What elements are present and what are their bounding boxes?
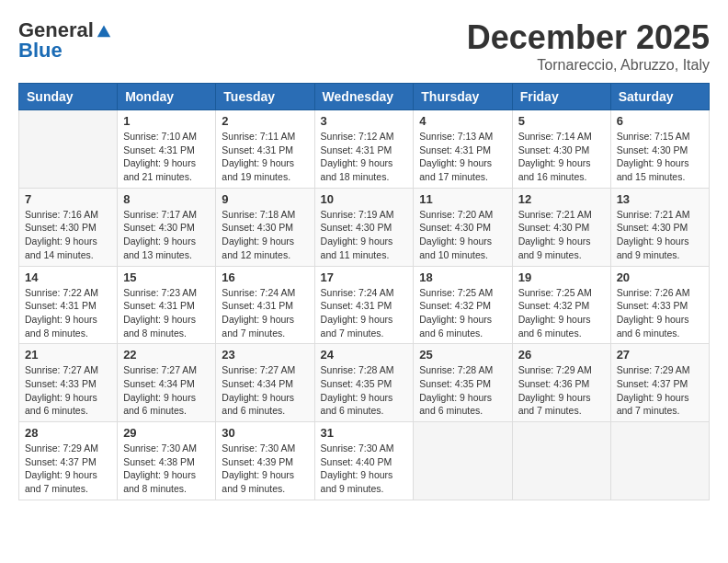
calendar-week-row: 28Sunrise: 7:29 AMSunset: 4:37 PMDayligh… bbox=[19, 422, 710, 500]
day-info: Sunrise: 7:25 AMSunset: 4:32 PMDaylight:… bbox=[419, 286, 506, 340]
calendar-cell bbox=[19, 110, 118, 189]
day-info: Sunrise: 7:12 AMSunset: 4:31 PMDaylight:… bbox=[321, 130, 408, 184]
calendar-cell: 4Sunrise: 7:13 AMSunset: 4:31 PMDaylight… bbox=[414, 110, 512, 189]
day-info: Sunrise: 7:27 AMSunset: 4:34 PMDaylight:… bbox=[123, 363, 210, 418]
calendar-cell: 15Sunrise: 7:23 AMSunset: 4:31 PMDayligh… bbox=[118, 266, 216, 344]
calendar-cell: 29Sunrise: 7:30 AMSunset: 4:38 PMDayligh… bbox=[118, 422, 216, 500]
day-number: 13 bbox=[617, 192, 703, 206]
day-info: Sunrise: 7:19 AMSunset: 4:30 PMDaylight:… bbox=[321, 208, 408, 262]
day-info: Sunrise: 7:30 AMSunset: 4:39 PMDaylight:… bbox=[222, 442, 308, 496]
day-info: Sunrise: 7:29 AMSunset: 4:37 PMDaylight:… bbox=[617, 363, 703, 418]
day-info: Sunrise: 7:28 AMSunset: 4:35 PMDaylight:… bbox=[321, 363, 408, 418]
logo: General Blue bbox=[18, 18, 112, 63]
weekday-header-tuesday: Tuesday bbox=[216, 84, 314, 110]
day-number: 27 bbox=[617, 348, 703, 362]
day-info: Sunrise: 7:17 AMSunset: 4:30 PMDaylight:… bbox=[123, 208, 210, 262]
calendar-cell: 22Sunrise: 7:27 AMSunset: 4:34 PMDayligh… bbox=[118, 344, 216, 422]
weekday-header-row: SundayMondayTuesdayWednesdayThursdayFrid… bbox=[19, 84, 710, 110]
calendar-cell: 24Sunrise: 7:28 AMSunset: 4:35 PMDayligh… bbox=[314, 344, 414, 422]
calendar-cell: 14Sunrise: 7:22 AMSunset: 4:31 PMDayligh… bbox=[19, 266, 118, 344]
calendar-cell: 11Sunrise: 7:20 AMSunset: 4:30 PMDayligh… bbox=[414, 188, 512, 266]
title-block: December 2025 Tornareccio, Abruzzo, Ital… bbox=[467, 18, 710, 74]
calendar-cell: 7Sunrise: 7:16 AMSunset: 4:30 PMDaylight… bbox=[19, 188, 118, 266]
day-info: Sunrise: 7:10 AMSunset: 4:31 PMDaylight:… bbox=[123, 130, 210, 184]
logo-icon bbox=[96, 22, 112, 39]
calendar-cell: 8Sunrise: 7:17 AMSunset: 4:30 PMDaylight… bbox=[118, 188, 216, 266]
calendar-cell: 28Sunrise: 7:29 AMSunset: 4:37 PMDayligh… bbox=[19, 422, 118, 500]
calendar-cell: 2Sunrise: 7:11 AMSunset: 4:31 PMDaylight… bbox=[216, 110, 314, 189]
day-number: 3 bbox=[321, 114, 408, 128]
day-number: 12 bbox=[518, 192, 605, 206]
day-number: 4 bbox=[419, 114, 506, 128]
calendar-cell: 19Sunrise: 7:25 AMSunset: 4:32 PMDayligh… bbox=[512, 266, 610, 344]
day-info: Sunrise: 7:30 AMSunset: 4:38 PMDaylight:… bbox=[123, 442, 210, 496]
day-info: Sunrise: 7:22 AMSunset: 4:31 PMDaylight:… bbox=[25, 286, 111, 340]
weekday-header-saturday: Saturday bbox=[610, 84, 709, 110]
calendar-cell bbox=[414, 422, 512, 500]
day-number: 26 bbox=[518, 348, 605, 362]
day-number: 21 bbox=[25, 348, 111, 362]
calendar-cell: 23Sunrise: 7:27 AMSunset: 4:34 PMDayligh… bbox=[216, 344, 314, 422]
day-info: Sunrise: 7:21 AMSunset: 4:30 PMDaylight:… bbox=[617, 208, 703, 262]
day-info: Sunrise: 7:30 AMSunset: 4:40 PMDaylight:… bbox=[321, 442, 408, 496]
calendar-cell: 30Sunrise: 7:30 AMSunset: 4:39 PMDayligh… bbox=[216, 422, 314, 500]
page-header: General Blue December 2025 Tornareccio, … bbox=[18, 18, 710, 74]
logo-blue-text: Blue bbox=[18, 39, 63, 63]
day-info: Sunrise: 7:13 AMSunset: 4:31 PMDaylight:… bbox=[419, 130, 506, 184]
day-number: 31 bbox=[321, 426, 408, 440]
calendar-cell: 20Sunrise: 7:26 AMSunset: 4:33 PMDayligh… bbox=[610, 266, 709, 344]
day-info: Sunrise: 7:14 AMSunset: 4:30 PMDaylight:… bbox=[518, 130, 605, 184]
day-number: 23 bbox=[222, 348, 308, 362]
day-number: 8 bbox=[123, 192, 210, 206]
day-info: Sunrise: 7:25 AMSunset: 4:32 PMDaylight:… bbox=[518, 286, 605, 340]
calendar-week-row: 7Sunrise: 7:16 AMSunset: 4:30 PMDaylight… bbox=[19, 188, 710, 266]
day-info: Sunrise: 7:20 AMSunset: 4:30 PMDaylight:… bbox=[419, 208, 506, 262]
day-info: Sunrise: 7:23 AMSunset: 4:31 PMDaylight:… bbox=[123, 286, 210, 340]
day-number: 10 bbox=[321, 192, 408, 206]
calendar-cell: 1Sunrise: 7:10 AMSunset: 4:31 PMDaylight… bbox=[118, 110, 216, 189]
calendar-cell: 21Sunrise: 7:27 AMSunset: 4:33 PMDayligh… bbox=[19, 344, 118, 422]
day-number: 1 bbox=[123, 114, 210, 128]
calendar-cell: 9Sunrise: 7:18 AMSunset: 4:30 PMDaylight… bbox=[216, 188, 314, 266]
calendar-table: SundayMondayTuesdayWednesdayThursdayFrid… bbox=[18, 83, 710, 500]
day-number: 2 bbox=[222, 114, 308, 128]
day-number: 15 bbox=[123, 270, 210, 284]
day-info: Sunrise: 7:16 AMSunset: 4:30 PMDaylight:… bbox=[25, 208, 111, 262]
day-number: 16 bbox=[222, 270, 308, 284]
day-info: Sunrise: 7:29 AMSunset: 4:36 PMDaylight:… bbox=[518, 363, 605, 418]
day-number: 29 bbox=[123, 426, 210, 440]
calendar-week-row: 21Sunrise: 7:27 AMSunset: 4:33 PMDayligh… bbox=[19, 344, 710, 422]
day-number: 25 bbox=[419, 348, 506, 362]
calendar-cell bbox=[512, 422, 610, 500]
calendar-cell: 5Sunrise: 7:14 AMSunset: 4:30 PMDaylight… bbox=[512, 110, 610, 189]
calendar-cell: 27Sunrise: 7:29 AMSunset: 4:37 PMDayligh… bbox=[610, 344, 709, 422]
day-number: 5 bbox=[518, 114, 605, 128]
day-info: Sunrise: 7:18 AMSunset: 4:30 PMDaylight:… bbox=[222, 208, 308, 262]
day-number: 14 bbox=[25, 270, 111, 284]
day-info: Sunrise: 7:24 AMSunset: 4:31 PMDaylight:… bbox=[222, 286, 308, 340]
day-number: 17 bbox=[321, 270, 408, 284]
day-info: Sunrise: 7:28 AMSunset: 4:35 PMDaylight:… bbox=[419, 363, 506, 418]
month-title: December 2025 bbox=[467, 18, 710, 57]
weekday-header-sunday: Sunday bbox=[19, 84, 118, 110]
day-info: Sunrise: 7:26 AMSunset: 4:33 PMDaylight:… bbox=[617, 286, 703, 340]
day-info: Sunrise: 7:27 AMSunset: 4:34 PMDaylight:… bbox=[222, 363, 308, 418]
calendar-cell: 31Sunrise: 7:30 AMSunset: 4:40 PMDayligh… bbox=[314, 422, 414, 500]
day-info: Sunrise: 7:24 AMSunset: 4:31 PMDaylight:… bbox=[321, 286, 408, 340]
day-number: 30 bbox=[222, 426, 308, 440]
day-info: Sunrise: 7:11 AMSunset: 4:31 PMDaylight:… bbox=[222, 130, 308, 184]
calendar-cell: 6Sunrise: 7:15 AMSunset: 4:30 PMDaylight… bbox=[610, 110, 709, 189]
calendar-cell: 3Sunrise: 7:12 AMSunset: 4:31 PMDaylight… bbox=[314, 110, 414, 189]
calendar-cell: 10Sunrise: 7:19 AMSunset: 4:30 PMDayligh… bbox=[314, 188, 414, 266]
calendar-cell: 17Sunrise: 7:24 AMSunset: 4:31 PMDayligh… bbox=[314, 266, 414, 344]
calendar-week-row: 1Sunrise: 7:10 AMSunset: 4:31 PMDaylight… bbox=[19, 110, 710, 189]
calendar-cell: 13Sunrise: 7:21 AMSunset: 4:30 PMDayligh… bbox=[610, 188, 709, 266]
day-info: Sunrise: 7:29 AMSunset: 4:37 PMDaylight:… bbox=[25, 442, 111, 496]
calendar-cell: 18Sunrise: 7:25 AMSunset: 4:32 PMDayligh… bbox=[414, 266, 512, 344]
day-number: 11 bbox=[419, 192, 506, 206]
weekday-header-wednesday: Wednesday bbox=[314, 84, 414, 110]
day-number: 18 bbox=[419, 270, 506, 284]
weekday-header-thursday: Thursday bbox=[414, 84, 512, 110]
day-number: 20 bbox=[617, 270, 703, 284]
calendar-cell: 16Sunrise: 7:24 AMSunset: 4:31 PMDayligh… bbox=[216, 266, 314, 344]
